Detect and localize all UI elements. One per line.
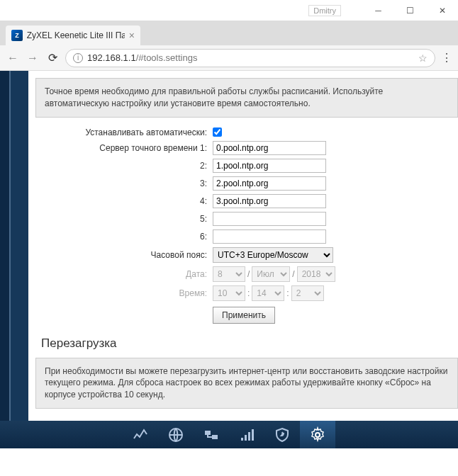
maximize-button[interactable]: ☐ <box>394 0 426 21</box>
site-info-icon[interactable]: i <box>73 53 83 63</box>
browser-tab[interactable]: Z ZyXEL Keenetic Lite III Па × <box>6 26 140 45</box>
browser-tab-bar: Z ZyXEL Keenetic Lite III Па × <box>0 21 458 45</box>
time-s-select: 2 <box>291 285 324 301</box>
nav-network-icon[interactable] <box>194 421 229 448</box>
svg-rect-4 <box>245 435 247 441</box>
timezone-label: Часовой пояс: <box>35 250 213 260</box>
ntp-label-5: 5: <box>35 214 213 224</box>
svg-rect-2 <box>212 435 218 439</box>
ntp-input-6[interactable] <box>213 230 326 244</box>
side-gutter <box>0 71 11 448</box>
back-button[interactable]: ← <box>6 52 20 64</box>
tab-close-icon[interactable]: × <box>129 30 135 41</box>
date-label: Дата: <box>35 269 213 279</box>
date-day-select: 8 <box>213 266 245 282</box>
svg-rect-3 <box>241 438 243 441</box>
reboot-info-box: При необходимости вы можете перезагрузит… <box>35 358 458 409</box>
date-year-select: 2018 <box>297 266 335 282</box>
apply-button[interactable]: Применить <box>213 307 275 324</box>
tab-title: ZyXEL Keenetic Lite III Па <box>27 30 125 40</box>
ntp-input-4[interactable] <box>213 194 326 208</box>
browser-menu-button[interactable]: ⋮ <box>441 51 452 64</box>
settings-panel: Точное время необходимо для правильной р… <box>28 71 458 448</box>
reboot-section-title: Перезагрузка <box>41 336 458 351</box>
ntp-input-3[interactable] <box>213 176 326 191</box>
nav-globe-icon[interactable] <box>158 421 194 448</box>
ntp-label-1: Сервер точного времени 1: <box>35 143 213 153</box>
device-bottom-nav <box>0 421 458 448</box>
close-button[interactable]: ✕ <box>426 0 458 21</box>
page-content: Точное время необходимо для правильной р… <box>0 71 458 448</box>
svg-rect-6 <box>252 429 254 441</box>
side-gutter-2 <box>11 71 28 448</box>
ntp-input-2[interactable] <box>213 159 326 173</box>
ntp-label-4: 4: <box>35 196 213 206</box>
favicon-icon: Z <box>11 30 23 41</box>
svg-rect-5 <box>248 432 250 441</box>
auto-set-label: Устанавливать автоматически: <box>35 128 213 137</box>
browser-address-bar: ← → ⟳ i 192.168.1.1/#tools.settings ☆ ⋮ <box>0 45 458 71</box>
ntp-label-6: 6: <box>35 232 213 242</box>
ntp-input-5[interactable] <box>213 212 326 226</box>
ntp-input-1[interactable] <box>213 141 326 155</box>
ntp-label-2: 2: <box>35 161 213 171</box>
time-info-box: Точное время необходимо для правильной р… <box>35 78 458 118</box>
url-box[interactable]: i 192.168.1.1/#tools.settings ☆ <box>65 49 435 67</box>
bookmark-star-icon[interactable]: ☆ <box>418 52 428 64</box>
auto-set-checkbox[interactable] <box>213 128 222 137</box>
window-titlebar: Dmitry ─ ☐ ✕ <box>0 0 458 21</box>
forward-button[interactable]: → <box>26 52 40 64</box>
user-label: Dmitry <box>308 5 341 16</box>
svg-point-7 <box>315 433 320 437</box>
svg-rect-1 <box>205 431 211 435</box>
ntp-label-3: 3: <box>35 178 213 188</box>
timezone-select[interactable]: UTC+3 Europe/Moscow <box>213 247 333 263</box>
minimize-button[interactable]: ─ <box>362 0 394 21</box>
nav-monitor-icon[interactable] <box>123 421 158 448</box>
nav-wifi-icon[interactable] <box>229 421 264 448</box>
date-month-select: Июл <box>252 266 290 282</box>
url-text: 192.168.1.1/#tools.settings <box>87 52 414 63</box>
nav-settings-icon[interactable] <box>300 421 335 448</box>
time-label: Время: <box>35 288 213 298</box>
time-m-select: 14 <box>252 285 284 301</box>
nav-shield-icon[interactable] <box>264 421 300 448</box>
reload-button[interactable]: ⟳ <box>45 51 60 64</box>
time-h-select: 10 <box>213 285 245 301</box>
